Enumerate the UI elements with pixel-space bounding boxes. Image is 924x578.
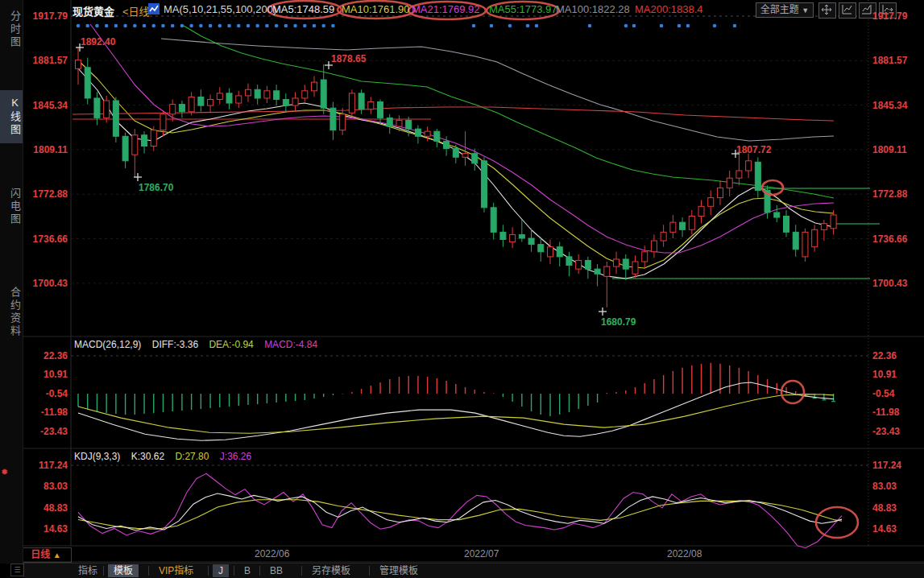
theme-dropdown[interactable]: 全部主题 ▼ (756, 2, 814, 18)
price-peak-label-2: 1786.70 (139, 182, 173, 193)
macd-axis-label-left-1: 22.36 (24, 350, 68, 361)
macd-axis-label-right-2: 10.91 (872, 369, 897, 380)
price-axis-label-left-5: 1772.88 (24, 188, 68, 200)
macd-axis-label-left-5: -23.43 (24, 426, 68, 437)
kdj-axis-label-right-4: 14.63 (872, 523, 897, 535)
price-axis-label-left-1: 1917.79 (24, 10, 68, 22)
macd-axis-label-right-3: -0.54 (872, 388, 894, 399)
chart-canvas[interactable] (0, 0, 924, 578)
tab-1[interactable]: 指标 (73, 564, 103, 577)
tab-separator (103, 566, 104, 576)
ma-params: MA(5,10,21,55,100,200) (164, 3, 276, 15)
tab-separator (148, 566, 149, 576)
menu-icon[interactable]: ☰ (10, 564, 24, 576)
tab-8[interactable]: 管理模板 (374, 564, 424, 577)
alert-icon: ✹ (1, 467, 8, 477)
tab-separator (369, 566, 370, 576)
price-axis-label-right-2: 1881.57 (872, 55, 907, 66)
kdj-name: KDJ(9,3,3) (74, 451, 120, 462)
kdj-axis-label-right-3: 48.83 (872, 502, 897, 514)
price-axis-label-right-5: 1772.88 (872, 188, 907, 200)
kdj-axis-label-left-4: 14.63 (24, 523, 68, 535)
ma-value-1: MA5:1748.59 (272, 3, 334, 15)
price-axis-label-left-6: 1736.66 (24, 233, 68, 245)
macd-axis-label-left-4: -11.98 (24, 407, 68, 418)
price-peak-label-5: 1680.79 (601, 316, 636, 328)
axis-left-icon[interactable] (839, 2, 856, 19)
ma-value-6: MA200:1838.4 (635, 3, 703, 15)
symbol-title: 现货黄金 (73, 3, 114, 19)
period-selector[interactable]: 日线 ▲ (20, 547, 72, 563)
price-axis-label-right-6: 1736.66 (872, 233, 907, 245)
price-axis-label-left-4: 1809.11 (24, 144, 68, 155)
macd-name: MACD(26,12,9) (74, 339, 141, 350)
theme-dropdown-label: 全部主题 (760, 4, 799, 15)
time-axis-label-3: 2022/08 (667, 548, 702, 559)
pan-icon[interactable] (818, 2, 836, 19)
tab-separator (259, 566, 260, 576)
time-axis-label-1: 2022/06 (255, 548, 289, 559)
macd-dea-value: DEA:-0.94 (209, 339, 253, 350)
candlestick-chart-icon (148, 3, 160, 14)
time-axis-label-2: 2022/07 (464, 548, 499, 559)
tab-separator (234, 566, 234, 576)
price-axis-label-right-7: 1700.43 (872, 278, 907, 289)
kdj-axis-label-right-1: 117.24 (872, 460, 901, 471)
macd-axis-label-right-5: -23.43 (872, 426, 900, 437)
ma-value-4: MA55:1773.97 (489, 3, 557, 15)
sidebar-item-4[interactable]: 合约资料 (0, 277, 23, 348)
macd-axis-label-right-1: 22.36 (872, 350, 897, 361)
sidebar-item-2[interactable]: K线图 (0, 90, 23, 143)
price-peak-label-4: 1807.72 (736, 144, 771, 155)
sidebar-item-3[interactable]: 闪电图 (0, 180, 23, 233)
sidebar: 分时图K线图闪电图合约资料 (0, 0, 23, 564)
topbar: 现货黄金 <日线> MA(5,10,21,55,100,200) 全部主题 ▼ … (0, 0, 924, 21)
price-peak-label-3: 1878.65 (331, 53, 366, 64)
tab-2[interactable]: 模板 (108, 564, 139, 577)
price-axis-label-right-4: 1809.11 (872, 144, 907, 155)
kdj-axis-label-left-3: 48.83 (24, 502, 68, 514)
chevron-down-icon: ▼ (802, 6, 809, 14)
charting-app: 分时图K线图闪电图合约资料 ✹ ☰ 现货黄金 <日线> MA(5,10,21,5… (0, 0, 924, 578)
kdj-d-value: D:27.80 (175, 451, 209, 462)
kdj-axis-label-left-2: 83.03 (24, 481, 68, 492)
tab-7[interactable]: 另存模板 (306, 564, 356, 577)
kdj-axis-label-right-2: 83.03 (872, 481, 897, 492)
tab-5[interactable]: B (238, 564, 256, 577)
price-axis-label-right-1: 1917.79 (872, 10, 907, 22)
kdj-k-value: K:30.62 (131, 451, 164, 462)
sidebar-item-1[interactable]: 分时图 (0, 5, 23, 55)
tab-6[interactable]: BB (264, 564, 288, 577)
macd-header: MACD(26,12,9) DIFF:-3.36 DEA:-0.94 MACD:… (74, 339, 325, 350)
macd-axis-label-right-4: -11.98 (872, 407, 899, 418)
ma-value-2: MA10:1761.90 (342, 3, 410, 15)
tab-separator (301, 566, 302, 576)
tab-separator (208, 566, 209, 576)
price-peak-label-1: 1892.40 (81, 36, 115, 47)
macd-axis-label-left-2: 10.91 (24, 369, 68, 380)
triangle-up-icon: ▲ (53, 551, 61, 559)
price-axis-label-left-2: 1881.57 (24, 55, 68, 66)
macd-axis-label-left-3: -0.54 (24, 388, 68, 399)
kdj-j-value: J:36.26 (220, 451, 251, 462)
price-axis-label-left-7: 1700.43 (24, 278, 68, 289)
ma-value-5: MA100:1822.28 (556, 3, 630, 15)
bottom-tab-bar: 指标模板VIP指标JBBB另存模板管理模板 (23, 563, 924, 578)
kdj-header: KDJ(9,3,3) K:30.62 D:27.80 J:36.26 (74, 451, 259, 462)
price-axis-label-right-3: 1845.34 (872, 100, 907, 111)
kdj-axis-label-left-1: 117.24 (24, 460, 68, 471)
price-axis-label-left-3: 1845.34 (24, 100, 68, 111)
tab-4[interactable]: J (213, 564, 229, 577)
macd-hist-value: MACD:-4.84 (264, 339, 317, 350)
period-selector-label: 日线 (31, 549, 50, 560)
ma-value-3: MA21:1769.92 (412, 3, 480, 15)
tab-3[interactable]: VIP指标 (153, 564, 199, 577)
macd-diff-value: DIFF:-3.36 (152, 339, 198, 350)
